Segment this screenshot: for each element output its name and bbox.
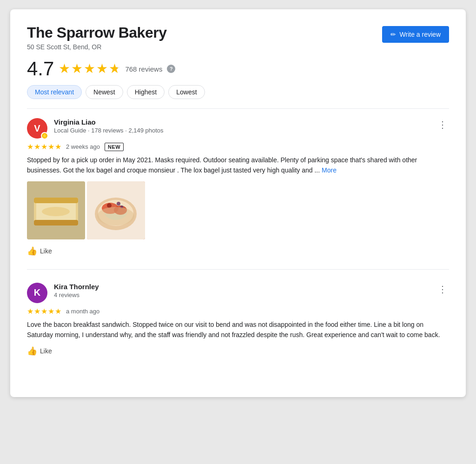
review-stars-1: ★ ★ ★ ★ ★ bbox=[27, 142, 61, 151]
r2-star-1: ★ bbox=[27, 307, 33, 316]
svg-point-12 bbox=[107, 203, 112, 208]
filter-newest[interactable]: Newest bbox=[86, 85, 123, 99]
review-item-2: K Kira Thornley 4 reviews ⋮ ★ ★ ★ ★ ★ bbox=[27, 283, 449, 369]
rating-row: 4.7 ★ ★ ★ ★ ★ 768 reviews ? bbox=[27, 59, 449, 79]
place-address: 50 SE Scott St, Bend, OR bbox=[27, 43, 166, 51]
avatar-initial-2: K bbox=[34, 287, 40, 298]
place-title: The Sparrow Bakery bbox=[27, 24, 166, 41]
main-card: The Sparrow Bakery 50 SE Scott St, Bend,… bbox=[10, 9, 466, 397]
filter-most-relevant[interactable]: Most relevant bbox=[27, 85, 82, 99]
reviewer-left-1: V ⭐ Virginia Liao Local Guide · 178 revi… bbox=[27, 118, 164, 139]
reviewer-name-1: Virginia Liao bbox=[54, 118, 164, 126]
like-row-2: 👍 Like bbox=[27, 346, 449, 356]
more-link-1[interactable]: More bbox=[322, 166, 337, 174]
review-images-1 bbox=[27, 181, 449, 239]
review-image-2[interactable] bbox=[87, 181, 145, 239]
thumbs-up-icon-2: 👍 bbox=[27, 346, 37, 356]
review-count: 768 reviews bbox=[125, 65, 162, 73]
review-text-1: Stopped by for a pick up order in May 20… bbox=[27, 155, 449, 176]
write-review-button[interactable]: ✏ Write a review bbox=[382, 26, 449, 43]
svg-point-13 bbox=[117, 202, 120, 205]
new-badge-1: NEW bbox=[105, 143, 124, 151]
like-row-1: 👍 Like bbox=[27, 246, 449, 256]
filter-row: Most relevant Newest Highest Lowest bbox=[27, 85, 449, 99]
write-review-label: Write a review bbox=[400, 31, 441, 38]
place-info: The Sparrow Bakery 50 SE Scott St, Bend,… bbox=[27, 24, 166, 51]
avatar-2: K bbox=[27, 283, 47, 303]
like-button-1[interactable]: 👍 Like bbox=[27, 246, 52, 256]
star-4: ★ bbox=[96, 62, 108, 75]
r1-star-5: ★ bbox=[55, 142, 61, 151]
r1-star-3: ★ bbox=[41, 142, 47, 151]
reviewer-name-2: Kira Thornley bbox=[54, 283, 99, 291]
more-options-1[interactable]: ⋮ bbox=[436, 118, 449, 131]
divider bbox=[27, 108, 449, 109]
review-time-2: a month ago bbox=[66, 308, 99, 315]
avatar-initial-1: V bbox=[34, 123, 40, 134]
review-header-1: V ⭐ Virginia Liao Local Guide · 178 revi… bbox=[27, 118, 449, 139]
r2-star-5: ★ bbox=[55, 307, 61, 316]
review-stars-2: ★ ★ ★ ★ ★ bbox=[27, 307, 61, 316]
svg-rect-2 bbox=[34, 198, 78, 203]
r1-star-1: ★ bbox=[27, 142, 33, 151]
r2-star-3: ★ bbox=[41, 307, 47, 316]
svg-point-15 bbox=[97, 207, 134, 225]
reviewer-meta-1: Local Guide · 178 reviews · 2,149 photos bbox=[54, 127, 164, 134]
reviews-section: V ⭐ Virginia Liao Local Guide · 178 revi… bbox=[27, 118, 449, 369]
thumbs-up-icon-1: 👍 bbox=[27, 246, 37, 256]
reviewer-info-2: Kira Thornley 4 reviews bbox=[54, 283, 99, 298]
like-label-2: Like bbox=[40, 347, 52, 355]
review-item: V ⭐ Virginia Liao Local Guide · 178 revi… bbox=[27, 118, 449, 270]
filter-highest[interactable]: Highest bbox=[127, 85, 165, 99]
star-1: ★ bbox=[59, 62, 70, 75]
svg-point-5 bbox=[42, 207, 70, 216]
rating-score: 4.7 bbox=[27, 59, 54, 79]
review-time-1: 2 weeks ago bbox=[66, 143, 100, 150]
like-button-2[interactable]: 👍 Like bbox=[27, 346, 52, 356]
svg-rect-3 bbox=[34, 220, 78, 225]
reviewer-info-1: Virginia Liao Local Guide · 178 reviews … bbox=[54, 118, 164, 134]
rating-stars: ★ ★ ★ ★ ★ bbox=[59, 62, 120, 75]
r1-star-4: ★ bbox=[48, 142, 54, 151]
filter-lowest[interactable]: Lowest bbox=[168, 85, 205, 99]
star-3: ★ bbox=[84, 62, 95, 75]
r2-star-4: ★ bbox=[48, 307, 54, 316]
more-options-2[interactable]: ⋮ bbox=[436, 283, 449, 296]
star-5-partial: ★ bbox=[109, 62, 120, 75]
avatar-1: V ⭐ bbox=[27, 118, 47, 139]
reviewer-left-2: K Kira Thornley 4 reviews bbox=[27, 283, 99, 303]
review-image-1[interactable] bbox=[27, 181, 85, 239]
review-rating-row-1: ★ ★ ★ ★ ★ 2 weeks ago NEW bbox=[27, 142, 449, 151]
review-text-2: Love the bacon breakfast sandwich. Stopp… bbox=[27, 319, 449, 340]
review-header-2: K Kira Thornley 4 reviews ⋮ bbox=[27, 283, 449, 303]
reviewer-meta-2: 4 reviews bbox=[54, 292, 99, 298]
star-2: ★ bbox=[71, 62, 83, 75]
like-label-1: Like bbox=[40, 247, 52, 255]
local-guide-badge: ⭐ bbox=[41, 132, 48, 139]
r2-star-2: ★ bbox=[34, 307, 40, 316]
header-row: The Sparrow Bakery 50 SE Scott St, Bend,… bbox=[27, 24, 449, 51]
review-rating-row-2: ★ ★ ★ ★ ★ a month ago bbox=[27, 307, 449, 316]
help-icon[interactable]: ? bbox=[167, 65, 175, 73]
r1-star-2: ★ bbox=[34, 142, 40, 151]
pencil-icon: ✏ bbox=[390, 31, 396, 38]
